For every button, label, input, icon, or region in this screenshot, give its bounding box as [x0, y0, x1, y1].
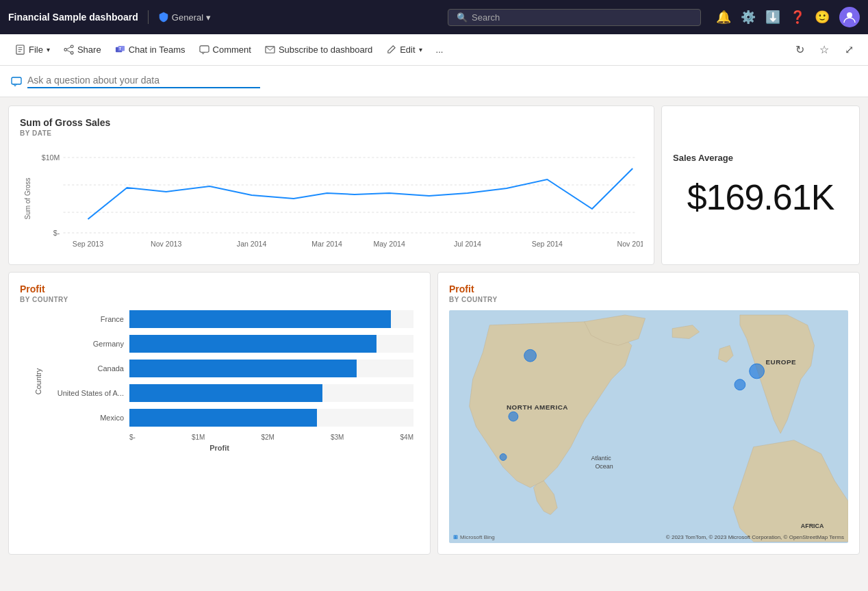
profit-x-label: Profit [20, 444, 419, 452]
shield-icon [158, 12, 169, 23]
app-name: Financial Sample dashboard [8, 12, 138, 23]
refresh-icon[interactable]: ↻ [789, 39, 810, 61]
gross-sales-subtitle: BY DATE [20, 129, 643, 137]
fullscreen-icon[interactable]: ⤢ [838, 39, 860, 61]
bar-chart-xaxis: $- $1M $2M $3M $4M [129, 433, 413, 441]
svg-text:Sum of Gross: Sum of Gross [24, 177, 31, 219]
bar-chart-inner: France Germany Canada [54, 310, 413, 441]
bar-track-usa [129, 384, 413, 402]
qa-icon [11, 76, 22, 87]
notification-icon[interactable]: 🔔 [716, 10, 731, 25]
badge-label: General [172, 12, 203, 23]
subscribe-icon [265, 45, 275, 55]
svg-text:T: T [118, 47, 121, 51]
sales-avg-value: $169.61K [687, 177, 834, 218]
chevron-down-icon[interactable]: ▾ [206, 12, 211, 23]
bing-label: Microsoft Bing [460, 534, 495, 540]
x-label-4: $4M [400, 433, 413, 441]
favorite-icon[interactable]: ☆ [813, 39, 835, 61]
row-1: Sum of Gross Sales BY DATE $10M $- Sum o… [8, 105, 860, 265]
svg-text:Sep 2013: Sep 2013 [73, 240, 104, 248]
profit-bar-y-label: Country [34, 368, 42, 394]
subscribe-button[interactable]: Subscribe to dashboard [258, 40, 379, 59]
bar-label-france: France [54, 315, 129, 323]
svg-text:Ocean: Ocean [595, 463, 613, 470]
map-svg: NORTH AMERICA EUROPE Atlantic Ocean AFRI… [449, 310, 848, 543]
table-row: Germany [54, 335, 413, 353]
more-label: ... [436, 45, 444, 55]
svg-line-8 [67, 47, 71, 49]
svg-text:Nov 2013: Nov 2013 [151, 240, 182, 248]
gross-sales-svg: $10M $- Sum of Gross Sep 2013 Nov 2013 J… [20, 144, 643, 253]
more-options-button[interactable]: ... [429, 40, 450, 59]
bar-fill-germany [129, 335, 376, 353]
x-label-0: $- [129, 433, 136, 441]
toolbar: File ▾ Share T Chat in Teams Comment Sub… [0, 34, 868, 66]
share-label: Share [77, 45, 101, 55]
chat-teams-button[interactable]: T Chat in Teams [108, 40, 192, 59]
bar-label-canada: Canada [54, 364, 129, 373]
file-menu[interactable]: File ▾ [8, 40, 57, 59]
svg-point-32 [524, 349, 537, 362]
svg-text:AFRICA: AFRICA [801, 523, 824, 529]
bar-fill-france [129, 310, 391, 328]
file-chevron-icon: ▾ [47, 46, 50, 53]
gross-sales-title: Sum of Gross Sales [20, 117, 643, 128]
bar-label-usa: United States of A... [54, 389, 129, 397]
qa-input[interactable] [27, 75, 260, 88]
topbar-divider [148, 10, 149, 24]
profit-bar-subtitle: BY COUNTRY [20, 296, 419, 303]
edit-chevron-icon: ▾ [419, 46, 422, 53]
comment-button[interactable]: Comment [192, 40, 258, 59]
svg-text:EUROPE: EUROPE [765, 358, 796, 366]
profit-bar-chart: Country France Germany [20, 310, 419, 452]
app-title: Financial Sample dashboard [8, 12, 138, 23]
svg-text:Jul 2014: Jul 2014 [454, 240, 481, 248]
profit-bar-title: Profit [20, 284, 419, 294]
svg-rect-13 [199, 46, 208, 52]
svg-point-5 [71, 45, 73, 48]
share-button[interactable]: Share [57, 40, 108, 59]
profit-map: NORTH AMERICA EUROPE Atlantic Ocean AFRI… [449, 310, 848, 543]
svg-point-34 [500, 454, 507, 461]
topbar-icons: 🔔 ⚙️ ⬇️ ❓ 🙂 [716, 7, 860, 27]
bar-track-france [129, 310, 413, 328]
profit-map-subtitle: BY COUNTRY [449, 296, 848, 303]
bar-track-mexico [129, 409, 413, 427]
download-icon[interactable]: ⬇️ [765, 10, 780, 25]
svg-text:$-: $- [53, 229, 60, 237]
profit-map-title: Profit [449, 284, 848, 294]
svg-point-33 [509, 412, 518, 421]
workspace-badge[interactable]: General ▾ [158, 12, 211, 23]
svg-point-7 [64, 49, 67, 51]
profit-map-card: Profit BY COUNTRY [437, 272, 860, 555]
gross-sales-card: Sum of Gross Sales BY DATE $10M $- Sum o… [8, 105, 654, 265]
avatar[interactable] [839, 7, 860, 27]
qa-bar [0, 66, 868, 97]
svg-text:May 2014: May 2014 [373, 240, 405, 248]
table-row: United States of A... [54, 384, 413, 402]
share-icon [64, 45, 74, 55]
chat-label: Chat in Teams [129, 45, 186, 55]
file-label: File [29, 45, 43, 55]
bar-fill-canada [129, 360, 357, 377]
svg-text:Nov 2014: Nov 2014 [617, 240, 643, 248]
comment-label: Comment [213, 45, 251, 55]
svg-rect-15 [12, 77, 21, 84]
bar-fill-mexico [129, 409, 317, 427]
help-icon[interactable]: ❓ [790, 10, 805, 25]
bar-fill-usa [129, 384, 322, 402]
profit-bar-card: Profit BY COUNTRY Country France Germany [8, 272, 431, 555]
x-label-1: $1M [192, 433, 205, 441]
edit-button[interactable]: Edit ▾ [379, 40, 429, 59]
bar-label-mexico: Mexico [54, 414, 129, 422]
bar-label-germany: Germany [54, 340, 129, 348]
feedback-icon[interactable]: 🙂 [815, 10, 830, 25]
x-label-3: $3M [331, 433, 344, 441]
file-icon [15, 45, 25, 55]
search-box[interactable]: 🔍 Search [448, 9, 701, 26]
settings-icon[interactable]: ⚙️ [741, 10, 756, 25]
gross-sales-chart: $10M $- Sum of Gross Sep 2013 Nov 2013 J… [20, 144, 643, 253]
x-label-2: $2M [261, 433, 274, 441]
user-icon [843, 11, 856, 23]
